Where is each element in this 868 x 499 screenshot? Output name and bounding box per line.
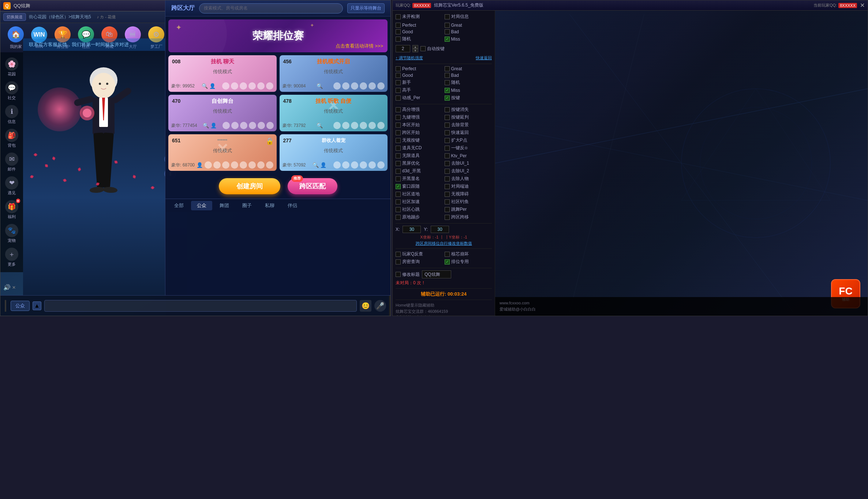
cb-nine-key[interactable]: 九键增强 — [396, 114, 443, 120]
cb-cross-start[interactable]: 跨区开始 — [396, 130, 443, 136]
sidebar-pet[interactable]: 🐾 宠物 — [2, 222, 22, 245]
banner-subtitle[interactable]: 点击查看活动详情 >>> — [336, 43, 383, 49]
tab-public[interactable]: 公众 — [191, 201, 212, 210]
cb-good-top[interactable]: Good — [396, 29, 443, 34]
cb-cross-zone[interactable]: 跨区跨移 — [445, 214, 492, 220]
fast-return-top[interactable]: 快速返回 — [476, 55, 492, 61]
title-input[interactable] — [422, 270, 451, 278]
cb-player-check[interactable]: 玩家Q反查 — [396, 251, 443, 257]
sidebar-info[interactable]: ℹ 信息 — [2, 103, 22, 127]
tab-circle[interactable]: 圈子 — [236, 201, 258, 210]
cb-rank-check[interactable]: ✓ 排位专用 — [445, 259, 492, 265]
cb-fast-ret[interactable]: 快速返回 — [445, 130, 492, 136]
cb-undetected[interactable]: 未开检测 — [396, 14, 443, 20]
cb-good-mid[interactable]: Good — [396, 73, 443, 78]
number-input[interactable] — [396, 45, 410, 52]
chat-expand-icon[interactable]: ▲ — [33, 301, 41, 310]
cb-item-no-cd[interactable]: 道具无CD — [396, 145, 443, 151]
cb-highscore[interactable]: 高分增强 — [396, 106, 443, 113]
cb-show-name[interactable]: 开黑显名 — [396, 176, 443, 182]
sidebar-more[interactable]: ＋ 更多 — [2, 245, 22, 269]
cb-bad-top[interactable]: Bad — [445, 29, 492, 34]
cb-expand-p[interactable]: 扩大P点 — [445, 137, 492, 143]
cb-bug-check[interactable]: 核芯崩坏 — [445, 251, 492, 257]
sidebar-garden[interactable]: 🌸 花园 — [2, 55, 22, 79]
cb-community-fish[interactable]: 社区钓鱼 — [445, 199, 492, 205]
tab-all[interactable]: 全部 — [168, 201, 190, 210]
cb-window-follow[interactable]: ✓ 窗口跟随 — [396, 183, 443, 190]
stepper-down[interactable]: ▼ — [412, 49, 418, 52]
cross-match-button[interactable]: 推荐 跨区匹配 — [288, 178, 337, 194]
cb-dynamic-per[interactable]: 动感_Per — [396, 95, 443, 101]
coord-y-input[interactable] — [431, 226, 449, 233]
cb-remove-bg[interactable]: 去除背景 — [445, 122, 492, 128]
cb-key[interactable]: ✓ 按键 — [445, 95, 492, 101]
show-waiting-button[interactable]: 只显示等待舞台 — [347, 3, 385, 13]
tab-dance[interactable]: 舞团 — [214, 201, 235, 210]
cb-expert[interactable]: 高手 — [396, 87, 443, 93]
cb-local-start[interactable]: 本区开始 — [396, 122, 443, 128]
tab-private[interactable]: 私聊 — [259, 201, 280, 210]
adjust-coord-text[interactable]: 跨区房间移位自行修改坐标数值 — [396, 241, 492, 246]
cb-remove-person[interactable]: 去除人物 — [445, 176, 492, 182]
cb-dance-per[interactable]: 跳舞Per — [445, 206, 492, 213]
room-card-478[interactable]: ✕ 478 挂机 听歌 自便 传统模式 豪华: 73792 🔍 — [280, 95, 388, 131]
room-card-651[interactable]: ✕ 651 •••••• 🔒 传统模式 豪华: 68700 👤 — [168, 134, 277, 171]
sidebar-welfare[interactable]: 🎁 ● 福利 — [2, 198, 22, 222]
adjust-random-strength[interactable]: ↑ 调节随机强度 — [396, 55, 423, 61]
cb-novice[interactable]: 新手 — [396, 79, 443, 86]
promotion-banner[interactable]: ✦ ✦ 荣耀排位赛 点击查看活动详情 >>> — [168, 19, 388, 52]
room-card-470[interactable]: 470 自创舞台 传统模式 豪华: 777454 🔍 👤 — [168, 95, 277, 131]
cb-great-mid[interactable]: Great — [445, 66, 492, 71]
tool-close-button[interactable]: ✕ — [860, 2, 865, 9]
cb-one-key-rev[interactable]: 一键反⊙ — [445, 145, 492, 151]
cb-miss-top[interactable]: ✓ Miss — [445, 36, 492, 42]
cb-perfect-mid[interactable]: Perfect — [396, 66, 443, 71]
search-box[interactable]: 搜索模式、房号或房名 — [199, 3, 343, 14]
cb-ignore-key[interactable]: 无视按键 — [396, 137, 443, 143]
coord-x-label: X: — [396, 227, 400, 232]
cb-edit-title[interactable]: 修改标题 — [396, 271, 420, 278]
cb-black-screen[interactable]: 黑屏优化 — [396, 160, 443, 166]
chat-input[interactable] — [44, 300, 357, 312]
cb-bad-mid[interactable]: Bad — [445, 73, 492, 78]
cb-remove-ui2[interactable]: 去除UI_2 — [445, 168, 492, 174]
cb-pwd-check[interactable]: 房密查询 — [396, 259, 443, 265]
sidebar-meet[interactable]: ❤ 遇见 — [2, 174, 22, 198]
cb-auto-key[interactable]: 自动按键 — [420, 46, 445, 52]
emoji-button[interactable]: 😊 — [360, 300, 371, 312]
cb-unlimited-item[interactable]: 无限道具 — [396, 153, 443, 159]
sidebar-social[interactable]: 💬 社交 — [2, 79, 22, 103]
room-card-456[interactable]: 456 挂机模式开启 传统模式 豪华: 90084 🔍 — [280, 55, 388, 92]
cb-key-delay[interactable]: 按键延判 — [445, 114, 492, 120]
cb-key-vanish[interactable]: 按键消失 — [445, 106, 492, 113]
cb-match-info[interactable]: 对局信息 — [445, 14, 492, 20]
cb-no-obstacle[interactable]: 无视障碍 — [445, 191, 492, 197]
volume-control[interactable]: 🔊 ✕ — [3, 284, 16, 291]
cb-spot-step[interactable]: 原地蹦步 — [396, 214, 443, 220]
cb-remove-ui1[interactable]: 去除UI_1 — [445, 160, 492, 166]
cb-d3d-dark[interactable]: d3d_开黑 — [396, 168, 443, 174]
cb-random-top[interactable]: 随机 — [396, 36, 443, 42]
cb-random-mid[interactable]: 随机 — [445, 79, 492, 86]
create-room-button[interactable]: 创建房间 — [219, 178, 280, 194]
coord-x-input[interactable] — [403, 226, 421, 233]
stepper-up[interactable]: ▲ — [412, 45, 418, 49]
sidebar-bag[interactable]: 🎒 背包 — [2, 127, 22, 150]
nav-home[interactable]: 🏠 我的家 — [8, 26, 24, 49]
cb-perfect-top[interactable]: Perfect — [396, 23, 443, 28]
chat-channel-button[interactable]: 公众 — [11, 301, 30, 311]
cb-match-room[interactable]: 对局端迪 — [445, 183, 492, 190]
cb-community-accel[interactable]: 社区加速 — [396, 199, 443, 205]
sidebar-mail[interactable]: ✉ 邮件 — [2, 150, 22, 174]
cb-ktv-per[interactable]: Ktv_Per — [445, 153, 492, 159]
room-card-008[interactable]: 008 挂机 聊天 传统模式 豪华: 99952 🔍 👤 — [168, 55, 277, 92]
cb-community-heart[interactable]: 社区心跳 — [396, 206, 443, 213]
channel-switch-button[interactable]: 切换频道 — [3, 13, 26, 21]
tab-partner[interactable]: 伴侣 — [282, 201, 303, 210]
mic-button[interactable]: 🎤 — [374, 300, 386, 312]
cb-miss-mid[interactable]: ✓ Miss — [445, 87, 492, 93]
cb-great-top[interactable]: Great — [445, 23, 492, 28]
cb-community-road[interactable]: 社区道地 — [396, 191, 443, 197]
room-card-277[interactable]: 277 群收人着宠 传统模式 豪华: 57092 🔍 👤 — [280, 134, 388, 171]
